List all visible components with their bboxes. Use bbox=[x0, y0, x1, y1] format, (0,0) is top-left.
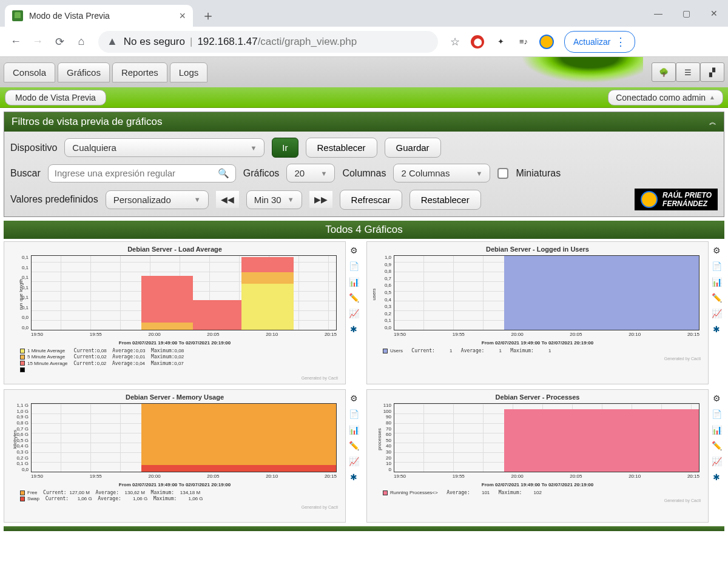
edit-icon[interactable]: ✏️ bbox=[710, 291, 723, 304]
extensions-icon[interactable]: ✦ bbox=[491, 33, 510, 51]
close-tab-icon[interactable]: × bbox=[179, 10, 186, 22]
kebab-menu-icon[interactable]: ⋮ bbox=[615, 35, 626, 49]
kill-icon[interactable]: ✱ bbox=[347, 323, 360, 336]
x-axis: 19:5019:5520:0020:0520:1020:15 bbox=[31, 332, 337, 340]
graph-action-icons: ⚙ 📄 📊 ✏️ 📈 ✱ bbox=[346, 241, 362, 384]
home-button[interactable]: ⌂ bbox=[70, 31, 92, 53]
main-nav-tabs: Consola Gráficos Reportes Logs bbox=[4, 62, 207, 82]
legend: Running Processes<> Average: 101 Maximum… bbox=[368, 487, 707, 498]
search-input-wrapper: 🔍 bbox=[48, 164, 236, 182]
back-button[interactable]: ← bbox=[5, 31, 27, 53]
realtime-icon[interactable]: 📊 bbox=[710, 275, 723, 289]
tab-consola[interactable]: Consola bbox=[4, 62, 55, 82]
bookmark-star-icon[interactable]: ☆ bbox=[444, 31, 466, 53]
columns-select[interactable]: 2 Columnas▼ bbox=[393, 164, 490, 182]
graphs-grid: Debian Server - Load Average run que len… bbox=[0, 241, 728, 526]
tab-reportes[interactable]: Reportes bbox=[112, 62, 167, 82]
gear-icon[interactable]: ⚙ bbox=[347, 244, 360, 257]
cacti-topbar: Consola Gráficos Reportes Logs 🌳 ☰ ▞ bbox=[0, 57, 728, 87]
csv-export-icon[interactable]: 📄 bbox=[710, 407, 723, 421]
go-button[interactable]: Ir bbox=[272, 138, 298, 158]
update-button[interactable]: Actualizar ⋮ bbox=[564, 31, 635, 53]
breadcrumb-row: Modo de Vista Previa Conectado como admi… bbox=[0, 87, 728, 108]
zoom-icon[interactable]: 📈 bbox=[710, 307, 723, 320]
presets-select[interactable]: Personalizado▼ bbox=[106, 190, 209, 209]
minimize-button[interactable]: — bbox=[644, 0, 672, 27]
realtime-icon[interactable]: 📊 bbox=[347, 275, 360, 289]
chevron-down-icon: ▲ bbox=[709, 94, 715, 101]
new-tab-button[interactable]: ＋ bbox=[201, 5, 215, 27]
reset-button[interactable]: Restablecer bbox=[306, 138, 377, 158]
breadcrumb[interactable]: Modo de Vista Previa bbox=[5, 90, 106, 105]
graphs-heading: Todos 4 Gráficos bbox=[4, 221, 724, 239]
tab-graficos[interactable]: Gráficos bbox=[58, 62, 110, 82]
graph-memory-usage[interactable]: Debian Server - Memory Usage kilobytes 1… bbox=[4, 389, 346, 523]
kill-icon[interactable]: ✱ bbox=[710, 323, 723, 336]
zoom-icon[interactable]: 📈 bbox=[710, 455, 723, 468]
footer-bar bbox=[4, 526, 724, 531]
graph-load-average[interactable]: Debian Server - Load Average run que len… bbox=[4, 241, 346, 384]
edit-icon[interactable]: ✏️ bbox=[347, 439, 360, 452]
csv-export-icon[interactable]: 📄 bbox=[347, 407, 360, 421]
graph-logged-users[interactable]: Debian Server - Logged in Users users 1,… bbox=[366, 241, 709, 384]
list-view-icon[interactable]: ☰ bbox=[676, 62, 700, 82]
cacti-favicon bbox=[12, 10, 23, 21]
collapse-icon[interactable]: ︽ bbox=[709, 117, 716, 127]
plot-area bbox=[31, 255, 337, 330]
save-button[interactable]: Guardar bbox=[385, 138, 441, 158]
browser-titlebar: Modo de Vista Previa × ＋ — ▢ ✕ bbox=[0, 0, 728, 27]
reset2-button[interactable]: Restablecer bbox=[410, 190, 481, 210]
tab-logs[interactable]: Logs bbox=[170, 62, 208, 82]
edit-icon[interactable]: ✏️ bbox=[347, 291, 360, 304]
reload-button[interactable]: ⟳ bbox=[49, 31, 70, 53]
x-axis: 19:5019:5520:0020:0520:1020:15 bbox=[31, 474, 337, 482]
browser-tab[interactable]: Modo de Vista Previa × bbox=[5, 5, 193, 27]
graph-action-icons: ⚙ 📄 📊 ✏️ 📈 ✱ bbox=[709, 241, 724, 384]
realtime-icon[interactable]: 📊 bbox=[710, 423, 723, 437]
zoom-icon[interactable]: 📈 bbox=[347, 307, 360, 320]
gear-icon[interactable]: ⚙ bbox=[710, 244, 723, 257]
tree-view-icon[interactable]: 🌳 bbox=[652, 62, 676, 82]
y-axis: 1101009080706050403020100 bbox=[373, 403, 391, 472]
thumbnails-checkbox[interactable] bbox=[497, 168, 508, 179]
columns-label: Columnas bbox=[342, 168, 386, 179]
kill-icon[interactable]: ✱ bbox=[710, 470, 723, 484]
graphs-count-label: Gráficos bbox=[243, 168, 280, 179]
csv-export-icon[interactable]: 📄 bbox=[710, 259, 723, 273]
graphs-count-select[interactable]: 20▼ bbox=[286, 164, 335, 182]
plot-area bbox=[31, 403, 337, 472]
ublock-icon[interactable]: ⬤ bbox=[468, 33, 487, 51]
timeframe-select[interactable]: Min 30▼ bbox=[246, 190, 302, 209]
edit-icon[interactable]: ✏️ bbox=[710, 439, 723, 452]
not-secure-label: No es seguro bbox=[124, 36, 185, 48]
refresh-button[interactable]: Refrescar bbox=[340, 190, 402, 210]
legend: Free Current: 127,00 M Average: 130,62 M… bbox=[5, 487, 344, 505]
profile-icon[interactable] bbox=[538, 33, 556, 51]
y-axis: 1,00,90,80,70,60,50,40,30,20,10,0 bbox=[373, 255, 391, 330]
reading-list-icon[interactable]: ≡♪ bbox=[514, 33, 533, 51]
url-host: 192.168.1.47 bbox=[197, 36, 257, 48]
timeframe-next-icon[interactable]: ▶▶ bbox=[309, 191, 332, 208]
zoom-icon[interactable]: 📈 bbox=[347, 455, 360, 468]
csv-export-icon[interactable]: 📄 bbox=[347, 259, 360, 273]
kill-icon[interactable]: ✱ bbox=[347, 470, 360, 484]
x-axis: 19:5019:5520:0020:0520:1020:15 bbox=[394, 332, 699, 340]
gear-icon[interactable]: ⚙ bbox=[710, 392, 723, 405]
address-bar[interactable]: ▲ No es seguro | 192.168.1.47/cacti/grap… bbox=[98, 31, 438, 53]
realtime-icon[interactable]: 📊 bbox=[347, 423, 360, 437]
search-icon[interactable]: 🔍 bbox=[218, 168, 229, 179]
connected-as-menu[interactable]: Conectado como admin ▲ bbox=[608, 90, 723, 105]
not-secure-icon: ▲ bbox=[107, 35, 118, 48]
url-path: /cacti/graph_view.php bbox=[258, 36, 357, 48]
graph-processes[interactable]: Debian Server - Processes processes 1101… bbox=[366, 389, 709, 523]
legend: Users Current: 1 Average: 1 Maximum: 1 bbox=[368, 346, 707, 356]
timeframe-prev-icon[interactable]: ◀◀ bbox=[216, 191, 239, 208]
maximize-button[interactable]: ▢ bbox=[672, 0, 700, 27]
search-input[interactable] bbox=[55, 168, 218, 178]
gear-icon[interactable]: ⚙ bbox=[347, 392, 360, 405]
plot-area bbox=[394, 403, 699, 472]
preview-view-icon[interactable]: ▞ bbox=[700, 62, 724, 82]
forward-button[interactable]: → bbox=[27, 31, 49, 53]
close-window-button[interactable]: ✕ bbox=[700, 0, 728, 27]
device-select[interactable]: Cualquiera▼ bbox=[64, 138, 265, 157]
